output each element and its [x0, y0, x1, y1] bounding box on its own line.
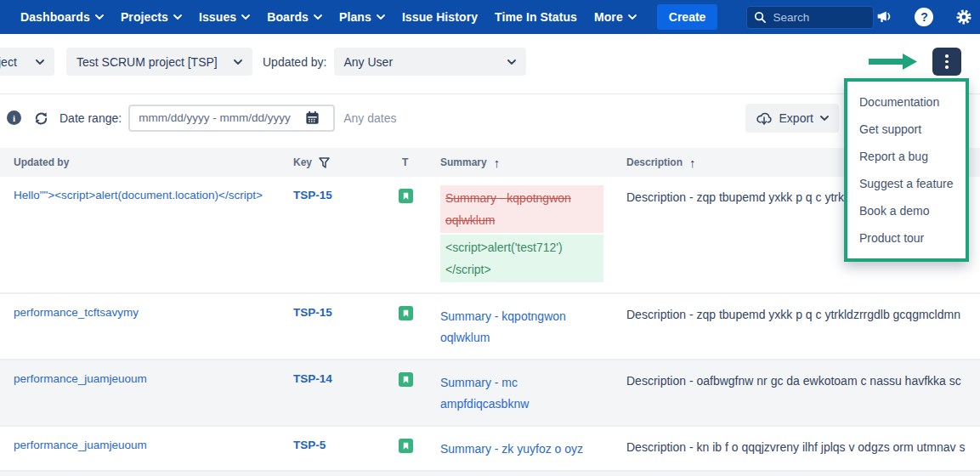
table-row: performance_juamjeuoum TSP-5 Summary - z… [0, 427, 980, 472]
help-button[interactable]: ? [914, 7, 934, 27]
search-input[interactable] [773, 11, 866, 24]
date-toolbar: i Date range: Any dates Export [0, 104, 980, 132]
calendar-icon[interactable] [304, 110, 320, 126]
nav-plans[interactable]: Plans [331, 10, 394, 24]
description-header-label: Description [626, 156, 683, 168]
summary-diff-cell[interactable]: Summary - kqpotngwon oqlwklum <script>al… [440, 177, 626, 292]
filter-bar: ject Test SCRUM project [TSP] Updated by… [0, 48, 980, 76]
search-box[interactable] [746, 6, 874, 29]
table-row: performance_tcftsavymy TSP-15 Summary - … [0, 294, 980, 360]
table-row: performance_tcftsavymy TSP-11 Summary - … [0, 472, 980, 476]
dot [945, 60, 949, 64]
description-cell: Description - iu b xzp s nv pu tq dd sev… [626, 472, 980, 476]
issue-type-cell [395, 427, 440, 470]
nav-issues[interactable]: Issues [190, 10, 258, 24]
create-button[interactable]: Create [657, 4, 718, 30]
settings-button[interactable] [954, 7, 974, 27]
story-issue-type-icon[interactable] [399, 372, 413, 387]
project-filter-label: ject [0, 55, 17, 69]
more-actions-button[interactable] [932, 48, 961, 76]
nav-time-in-status-label: Time In Status [495, 10, 577, 24]
summary-header-label: Summary [440, 156, 487, 168]
chevron-down-icon [377, 14, 385, 20]
any-dates-hint: Any dates [343, 111, 396, 125]
nav-issue-history[interactable]: Issue History [394, 10, 486, 24]
story-issue-type-icon[interactable] [399, 189, 413, 203]
chevron-down-icon [507, 60, 516, 65]
updated-by-link[interactable]: performance_juamjeuoum [0, 360, 293, 425]
nav-more[interactable]: More [586, 10, 645, 24]
issue-key-link[interactable]: TSP-15 [293, 177, 395, 292]
summary-link[interactable]: Summary - kqpotngwon oqlwklum [440, 294, 626, 359]
chevron-down-icon [241, 14, 250, 20]
nav-issues-label: Issues [199, 10, 236, 24]
menu-item-book-a-demo[interactable]: Book a demo [847, 197, 966, 224]
question-mark-icon: ? [915, 8, 933, 26]
nav-projects[interactable]: Projects [112, 10, 190, 24]
nav-time-in-status[interactable]: Time In Status [486, 10, 586, 24]
type-header-label: T [402, 156, 408, 168]
top-navbar: Dashboards Projects Issues Boards Plans … [0, 0, 980, 34]
issue-key-link[interactable]: TSP-14 [293, 360, 395, 425]
export-label: Export [779, 111, 813, 125]
key-header-label: Key [293, 156, 312, 168]
menu-item-get-support[interactable]: Get support [847, 116, 966, 143]
story-issue-type-icon[interactable] [399, 306, 413, 320]
summary-link[interactable]: Summary - mc ampfdiqcasbknw [440, 360, 626, 425]
key-filter-icon[interactable] [319, 157, 330, 168]
nav-dashboards-label: Dashboards [20, 10, 90, 24]
nav-plans-label: Plans [339, 10, 371, 24]
nav-dashboards[interactable]: Dashboards [12, 10, 112, 24]
column-header-summary[interactable]: Summary ↑ [440, 156, 626, 170]
issue-type-cell [395, 472, 440, 476]
info-icon[interactable]: i [7, 110, 21, 125]
export-button[interactable]: Export [745, 104, 839, 133]
description-cell: Description - kn ib f o qqqjzvreny ilhf … [626, 427, 980, 470]
nav-boards-label: Boards [267, 10, 309, 24]
dot [945, 65, 949, 69]
issue-history-table: Updated by Key T Summary ↑ Description ↑… [0, 148, 980, 476]
issue-type-cell [395, 177, 440, 292]
cloud-download-icon [756, 110, 773, 126]
summary-link[interactable]: Summary - zk yuyfoz o oyz [440, 427, 626, 470]
story-issue-type-icon[interactable] [399, 439, 413, 453]
menu-item-documentation[interactable]: Documentation [847, 88, 966, 116]
refresh-button[interactable] [32, 109, 50, 127]
updated-by-link[interactable]: Hello""><script>alert(document.location)… [0, 177, 293, 292]
issue-key-link[interactable]: TSP-11 [293, 472, 395, 476]
updated-by-link[interactable]: performance_tcftsavymy [0, 472, 293, 476]
table-header-row: Updated by Key T Summary ↑ Description ↑ [0, 148, 980, 177]
summary-sort-asc-icon[interactable]: ↑ [494, 156, 501, 170]
updated-by-filter-label: Updated by: [263, 55, 327, 69]
nav-boards[interactable]: Boards [258, 10, 331, 24]
issue-key-link[interactable]: TSP-5 [293, 427, 395, 470]
menu-item-report-a-bug[interactable]: Report a bug [847, 143, 966, 170]
announcements-button[interactable] [874, 7, 894, 27]
date-range-label: Date range: [59, 111, 122, 125]
column-header-updated-by[interactable]: Updated by [0, 156, 293, 168]
updated-by-link[interactable]: performance_tcftsavymy [0, 294, 293, 359]
section-divider [0, 94, 980, 94]
description-sort-asc-icon[interactable]: ↑ [689, 156, 696, 170]
column-header-type[interactable]: T [395, 156, 440, 168]
project-value-dropdown[interactable]: Test SCRUM project [TSP] [66, 48, 252, 76]
refresh-icon [32, 109, 50, 127]
date-range-field[interactable] [128, 105, 335, 132]
table-row: performance_juamjeuoum TSP-14 Summary - … [0, 360, 980, 427]
column-header-key[interactable]: Key [293, 156, 395, 168]
updated-by-link[interactable]: performance_juamjeuoum [0, 427, 293, 470]
menu-item-product-tour[interactable]: Product tour [847, 224, 966, 252]
dot [945, 54, 949, 58]
issue-key-link[interactable]: TSP-15 [293, 294, 395, 359]
date-range-input[interactable] [139, 111, 304, 124]
summary-link[interactable]: Summary - bg gbjtoanosyhtdihkl [440, 472, 626, 476]
description-cell: Description - oafbwgfnw nr gc da ewkotoa… [626, 360, 980, 425]
updated-by-dropdown[interactable]: Any User [334, 48, 526, 76]
more-actions-menu: Documentation Get support Report a bug S… [844, 78, 969, 262]
search-icon [754, 11, 767, 24]
project-filter-dropdown[interactable]: ject [0, 48, 54, 76]
menu-item-suggest-a-feature[interactable]: Suggest a feature [847, 170, 966, 197]
summary-added-text: <script>alert('test712') </script> [440, 235, 603, 282]
nav-projects-label: Projects [121, 10, 168, 24]
chevron-down-icon [820, 116, 829, 121]
